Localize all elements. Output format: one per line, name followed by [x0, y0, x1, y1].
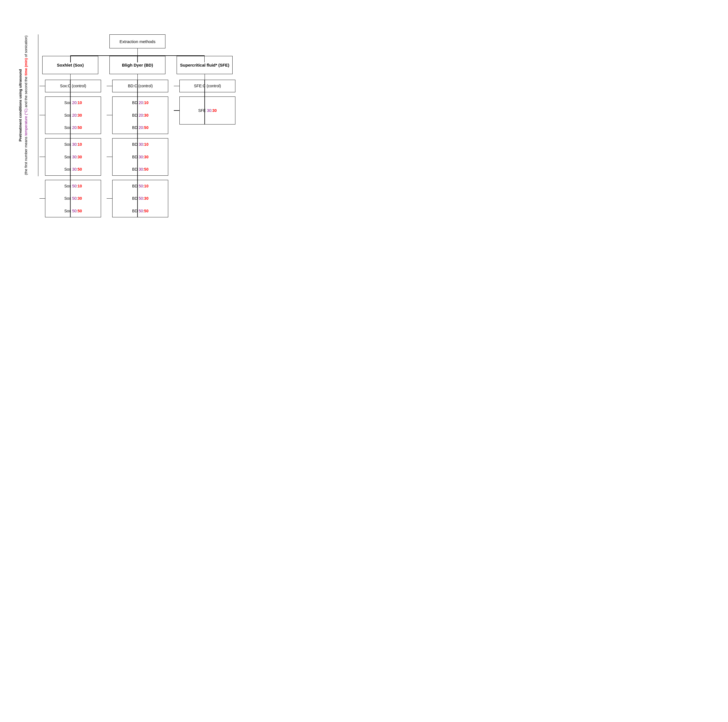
bd-20-10: BD 20:10	[132, 99, 148, 106]
bd-30-30: BD 30:30	[132, 154, 148, 160]
sfe-control-text: SFE:C (control)	[194, 83, 221, 89]
drop-right	[204, 55, 205, 63]
diagram: Pretreatment conditions using ultrasound…	[17, 34, 236, 217]
sox-30-box: Sox 30:10 Sox 30:30 Sox 30:50	[45, 138, 101, 176]
bd-30-row: BD 30:10 BD 30:30 BD 30:50	[107, 138, 168, 176]
sox-20-10: Sox 20:10	[64, 99, 82, 106]
sox-30-h-conn	[40, 157, 45, 157]
bd-50-box: BD 50:10 BD 50:30 BD 50:50	[112, 180, 168, 217]
bd-50-50: BD 50:50	[132, 208, 148, 214]
sfe-30-row: SFE 30:30	[174, 96, 236, 125]
sox-50-row: Sox 50:10 Sox 50:30 Sox 50:50	[40, 180, 101, 217]
sox-20-30: Sox 20:30	[64, 112, 82, 118]
sox-30-row: Sox 30:10 Sox 30:30 Sox 30:50	[40, 138, 101, 176]
sfe-30-h-conn	[174, 110, 179, 111]
drop-left	[70, 55, 71, 63]
bd-50-row: BD 50:10 BD 50:30 BD 50:50	[107, 180, 168, 217]
tree-content: Extraction methods Soxhlet (Sox)	[40, 34, 236, 217]
bd-v-line-1	[138, 74, 138, 80]
sfe-30-30: SFE 30:30	[198, 107, 217, 114]
drop-center	[138, 55, 138, 63]
y-axis-label: Pretreatment conditions using ultrasound…	[17, 34, 38, 176]
bd-50-h-conn	[107, 198, 112, 199]
method-columns: Soxhlet (Sox) Sox:C (control)	[40, 56, 236, 217]
sfe-label: Supercritical fluid* (SFE)	[180, 63, 229, 67]
sox-50-box: Sox 50:10 Sox 50:30 Sox 50:50	[45, 180, 101, 217]
sox-v-line-1	[70, 74, 71, 80]
y-label-line2: (the first number means	[23, 136, 28, 175]
bd-20-h-conn	[107, 115, 112, 116]
sox-control-box: Sox:C (control)	[45, 80, 101, 92]
sox-30-10: Sox 30:10	[64, 141, 82, 147]
bd-label: Bligh Dyer (BD)	[122, 63, 153, 67]
bd-50-10: BD 50:10	[132, 183, 148, 189]
bd-30-box: BD 30:10 BD 30:30 BD 30:50	[112, 138, 168, 176]
root-label: Extraction methods	[119, 39, 155, 44]
sox-30-50: Sox 30:50	[64, 166, 82, 172]
sfe-column: Supercritical fluid* (SFE) SFE:C (contro…	[174, 56, 236, 124]
bd-control-row: BD:C (control)	[107, 80, 168, 92]
bd-control-box: BD:C (control)	[112, 80, 168, 92]
sox-label: Soxhlet (Sox)	[57, 63, 84, 67]
sox-50-30: Sox 50:30	[64, 195, 82, 201]
sox-50-50: Sox 50:50	[64, 208, 82, 214]
sox-column: Soxhlet (Sox) Sox:C (control)	[40, 56, 101, 217]
bd-20-30: BD 20:30	[132, 112, 148, 118]
top-h-bar-container	[40, 55, 236, 56]
sox-20-h-conn	[40, 115, 45, 116]
sox-50-10: Sox 50:10	[64, 183, 82, 189]
sox-30-30: Sox 30:30	[64, 154, 82, 160]
sox-50-h-conn	[40, 198, 45, 199]
bd-20-row: BD 20:10 BD 20:30 BD 20:50	[107, 96, 168, 134]
bd-20-box: BD 20:10 BD 20:30 BD 20:50	[112, 96, 168, 134]
bd-50-30: BD 50:30	[132, 195, 148, 201]
sfe-header: Supercritical fluid* (SFE)	[177, 56, 232, 74]
sfe-leaves: SFE:C (control) SFE 30:30	[174, 80, 236, 124]
sox-20-50: Sox 20:50	[64, 125, 82, 131]
bd-control-h-conn	[107, 86, 112, 87]
sfe-control-h-conn	[174, 86, 179, 87]
bd-column: Bligh Dyer (BD) BD:C (control) B	[107, 56, 168, 217]
sox-leaves: Sox:C (control) Sox 20:10 Sox 20:30 Sox …	[40, 80, 101, 217]
bd-leaves: BD:C (control) BD 20:10 BD 20:30 BD 20:5…	[107, 80, 168, 217]
sox-20-row: Sox 20:10 Sox 20:30 Sox 20:50	[40, 96, 101, 134]
bd-30-50: BD 30:50	[132, 166, 148, 172]
root-v-line	[138, 48, 138, 55]
bd-30-h-conn	[107, 157, 112, 157]
sox-20-box: Sox 20:10 Sox 20:30 Sox 20:50	[45, 96, 101, 134]
bd-20-50: BD 20:50	[132, 125, 148, 131]
bd-30-10: BD 30:10	[132, 141, 148, 147]
y-label-line1: Pretreatment conditions using ultrasound	[18, 69, 22, 142]
bracket-line	[38, 34, 39, 176]
sox-control-row: Sox:C (control)	[40, 80, 101, 92]
sox-control-h-conn	[40, 86, 45, 87]
root-box-row: Extraction methods	[109, 34, 165, 48]
root-box: Extraction methods	[109, 34, 165, 48]
sfe-30-box: SFE 30:30	[179, 96, 236, 125]
sfe-v-line-1	[205, 74, 205, 80]
sfe-control-box: SFE:C (control)	[179, 80, 236, 92]
bd-control-text: BD:C (control)	[128, 83, 153, 89]
sox-control-text: Sox:C (control)	[60, 83, 86, 89]
sfe-control-row: SFE:C (control)	[174, 80, 236, 92]
